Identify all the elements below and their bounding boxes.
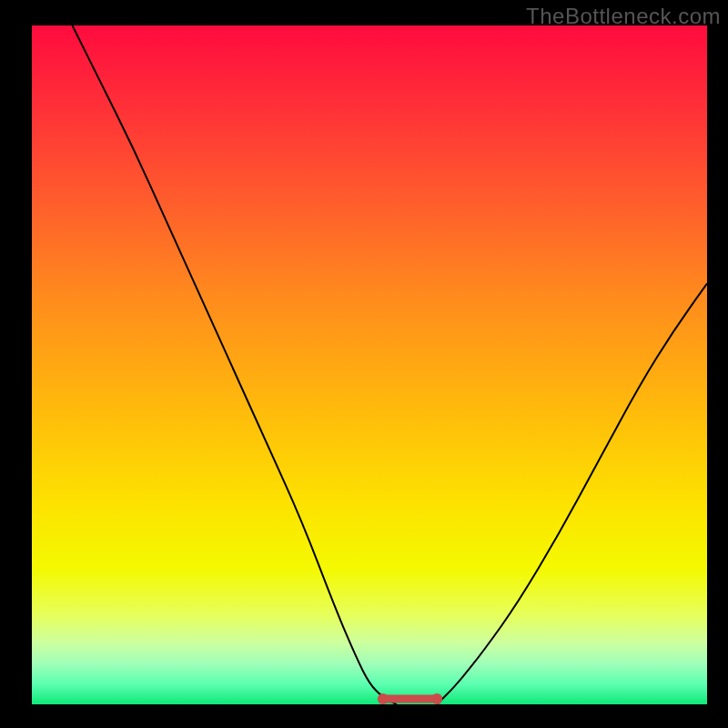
svg-point-1 <box>431 693 442 704</box>
plot-area <box>32 25 707 704</box>
watermark-text: TheBottleneck.com <box>526 4 721 29</box>
svg-point-0 <box>378 693 389 704</box>
left-curve <box>73 25 397 704</box>
right-curve <box>437 283 707 704</box>
curve-layer <box>32 25 707 704</box>
chart-stage: TheBottleneck.com <box>0 0 728 728</box>
